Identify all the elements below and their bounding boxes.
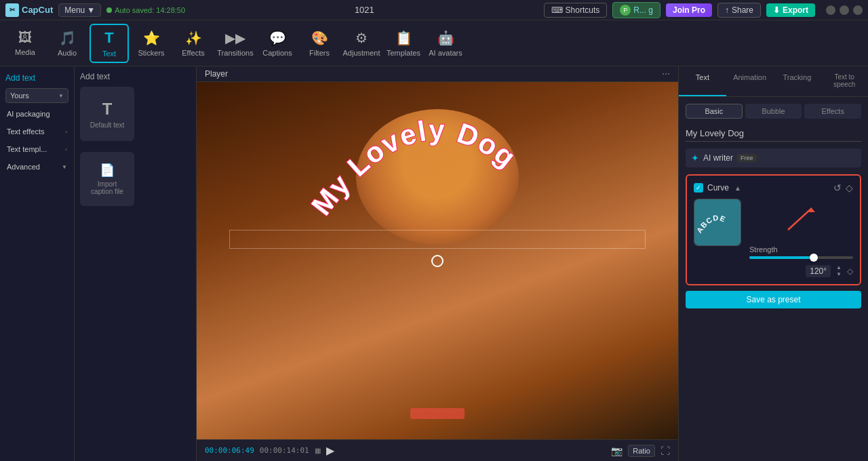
tab-animation[interactable]: Animation (726, 66, 774, 96)
player-right-controls: 📷 Ratio ⛶ (611, 445, 670, 457)
text-card-icon: T (102, 100, 113, 119)
text-value-input[interactable] (686, 125, 861, 142)
fullscreen-button[interactable]: ⛶ (660, 445, 670, 456)
ai-writer-label: AI writer (703, 153, 733, 163)
curve-right-controls: Strength (749, 199, 853, 259)
chevron-right-icon: › (65, 129, 67, 135)
add-text-button[interactable]: Add text (5, 72, 68, 84)
templates-icon: 📋 (395, 30, 412, 46)
main-area: Add text Yours ▼ AI packaging Text effec… (0, 66, 868, 461)
style-tabs: Basic Bubble Effects (686, 104, 861, 119)
curve-panel: ✓ Curve ▲ ↺ ◇ (686, 174, 861, 285)
ai-sparkle-icon: ✦ (691, 153, 699, 163)
import-caption-card[interactable]: 📄 Import caption file (80, 152, 134, 206)
window-controls (826, 5, 863, 15)
svg-marker-4 (807, 208, 815, 212)
angle-row: 120° ▲ ▼ ◇ (694, 264, 853, 277)
curve-diamond-icon[interactable]: ◇ (846, 182, 853, 193)
curved-text-overlay: My Lovely Dog (305, 82, 570, 254)
total-timecode: 00:00:14:01 (260, 446, 309, 455)
free-badge: Free (737, 154, 757, 162)
captions-icon: 💬 (269, 30, 286, 46)
ai-writer-bar[interactable]: ✦ AI writer Free (686, 148, 861, 167)
adjustment-icon: ⚙ (355, 30, 368, 46)
crosshair-handle[interactable] (431, 255, 443, 267)
default-text-card[interactable]: T Default text (80, 87, 134, 141)
toolbar-text[interactable]: T Text (90, 24, 129, 63)
logo-icon: ✂ (5, 3, 19, 17)
toolbar-filters[interactable]: 🎨 Filters (300, 24, 339, 63)
sidebar-item-text-templates[interactable]: Text templ... › (5, 142, 68, 156)
toolbar-effects[interactable]: ✨ Effects (174, 24, 213, 63)
share-button[interactable]: ↑ Share (717, 3, 761, 18)
curve-actions: ↺ ◇ (833, 182, 853, 193)
player-header: Player ⋯ (197, 66, 678, 82)
media-icon: 🖼 (18, 30, 32, 45)
style-tab-effects[interactable]: Effects (804, 104, 861, 119)
ratio-button[interactable]: Ratio (628, 445, 655, 457)
joinpro-button[interactable]: Join Pro (666, 3, 712, 17)
close-button[interactable] (853, 5, 863, 15)
style-tab-basic[interactable]: Basic (686, 104, 743, 119)
toolbar-audio[interactable]: 🎵 Audio (47, 24, 87, 63)
text-icon: T (104, 29, 113, 47)
curve-preview-text: ABCDE (694, 199, 741, 245)
chevron-down-icon: ▼ (58, 93, 64, 99)
yours-dropdown[interactable]: Yours ▼ (5, 88, 68, 103)
toolbar-transitions[interactable]: ▶▶ Transitions (216, 24, 255, 63)
maximize-button[interactable] (840, 5, 849, 15)
curve-reset-icon[interactable]: ↺ (833, 182, 842, 193)
main-toolbar: 🖼 Media 🎵 Audio T Text ⭐ Stickers ✨ Effe… (0, 20, 868, 66)
sidebar-item-ai-packaging[interactable]: AI packaging (5, 107, 68, 121)
current-timecode: 00:00:06:49 (205, 446, 254, 455)
selection-box (229, 230, 646, 249)
angle-value: 120° (806, 265, 831, 277)
curve-content: ABCDE (694, 199, 853, 259)
angle-down-icon[interactable]: ▼ (836, 271, 842, 278)
right-content: Basic Bubble Effects ✦ AI writer Free ✓ … (679, 97, 868, 461)
camera-button[interactable]: 📷 (611, 445, 623, 456)
minimize-button[interactable] (826, 5, 835, 15)
app-name: CapCut (22, 5, 53, 15)
strength-slider[interactable] (749, 256, 853, 259)
toolbar-templates[interactable]: 📋 Templates (384, 24, 423, 63)
tab-text-to-speech[interactable]: Text to speech (821, 66, 868, 96)
angle-up-icon[interactable]: ▲ (836, 264, 842, 271)
shortcuts-button[interactable]: ⌨ Shortcuts (544, 3, 608, 18)
toolbar-ai-avatars[interactable]: 🤖 AI avatars (426, 24, 465, 63)
tab-text[interactable]: Text (679, 66, 726, 96)
player-video: My Lovely Dog (197, 82, 678, 439)
rang-button[interactable]: P R... g (612, 2, 660, 18)
strength-label: Strength (749, 245, 853, 254)
export-button[interactable]: ⬇ Export (766, 3, 815, 17)
angle-spinners[interactable]: ▲ ▼ (836, 264, 842, 277)
menu-button[interactable]: Menu ▼ (58, 3, 101, 17)
import-icon: 📄 (100, 163, 115, 178)
curve-caret: ▲ (734, 184, 741, 192)
curve-enabled-checkbox[interactable]: ✓ (694, 183, 703, 193)
toolbar-captions[interactable]: 💬 Captions (258, 24, 297, 63)
stickers-icon: ⭐ (143, 30, 160, 46)
sidebar-item-advanced[interactable]: Advanced ▼ (5, 160, 68, 174)
style-tab-bubble[interactable]: Bubble (745, 104, 802, 119)
filters-icon: 🎨 (311, 30, 328, 46)
curve-arrow-indicator (749, 199, 853, 237)
left-panel: Add text Yours ▼ AI packaging Text effec… (0, 66, 75, 461)
toolbar-media[interactable]: 🖼 Media (5, 24, 45, 63)
text-panel-header: Add text (80, 72, 191, 81)
frame-indicator[interactable]: ▦ (315, 447, 321, 454)
play-button[interactable]: ▶ (326, 444, 334, 457)
curve-preview: ABCDE (694, 199, 741, 246)
angle-diamond-icon[interactable]: ◇ (847, 266, 853, 276)
save-preset-button[interactable]: Save as preset (686, 291, 861, 308)
sidebar-item-text-effects[interactable]: Text effects › (5, 125, 68, 138)
tab-tracking[interactable]: Tracking (774, 66, 821, 96)
strength-thumb[interactable] (810, 254, 818, 262)
player-label: Player (205, 69, 228, 79)
player-controls: 00:00:06:49 00:00:14:01 ▦ ▶ 📷 Ratio ⛶ (197, 439, 678, 461)
right-panel: Text Animation Tracking Text to speech B… (678, 66, 868, 461)
toolbar-adjustment[interactable]: ⚙ Adjustment (342, 24, 381, 63)
project-number: 1021 (355, 5, 374, 15)
player-options-icon[interactable]: ⋯ (662, 69, 670, 79)
toolbar-stickers[interactable]: ⭐ Stickers (132, 24, 171, 63)
